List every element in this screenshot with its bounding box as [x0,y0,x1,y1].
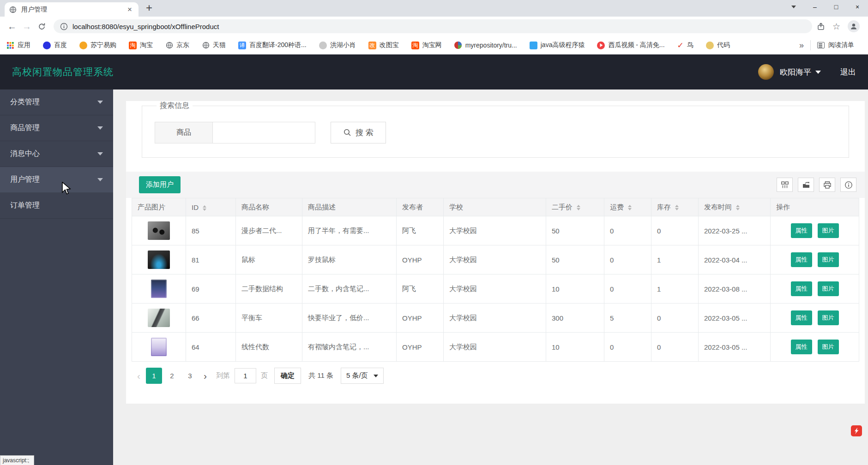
window-maximize-button[interactable]: □ [826,3,847,11]
row-attribute-button[interactable]: 属性 [791,281,812,296]
sidebar-item-order[interactable]: 订单管理 [0,193,113,219]
new-tab-button[interactable]: + [146,1,152,14]
browser-tab[interactable]: 用户管理 × [5,2,139,17]
row-attribute-button[interactable]: 属性 [791,223,812,238]
bookmark-13[interactable]: ✓鸟 [677,41,693,50]
sidebar-item-category[interactable]: 分类管理 [0,89,113,115]
bookmark-7[interactable]: 洪湖小肖 [319,41,356,49]
page-button-2[interactable]: 2 [164,368,180,384]
back-icon[interactable]: ← [5,21,19,32]
column-header-5: 学校 [444,198,546,216]
sort-carets-icon[interactable] [675,205,679,210]
row-image-button[interactable]: 图片 [818,281,839,296]
pagination-next-icon[interactable]: › [199,370,211,382]
product-image[interactable] [148,221,170,240]
bookmark-4[interactable]: 京东 [165,41,189,49]
user-avatar[interactable] [758,64,774,80]
sort-carets-icon[interactable] [577,205,580,210]
bookmark-0[interactable]: 应用 [6,41,30,49]
bookmark-star-icon[interactable]: ☆ [832,21,840,32]
window-minimize-button[interactable]: – [804,3,826,11]
cell-product-image [132,333,186,362]
username[interactable]: 欧阳海平 [780,67,811,78]
product-image[interactable] [148,309,170,327]
sidebar: 分类管理商品管理消息中心用户管理订单管理 [0,89,113,465]
bookmark-label: 西瓜视频 - 高清免... [608,41,664,49]
sort-carets-icon[interactable] [628,205,632,210]
profile-avatar-icon[interactable] [848,20,860,32]
goto-page-input[interactable] [235,368,256,383]
sidebar-item-product[interactable]: 商品管理 [0,115,113,141]
row-image-button[interactable]: 图片 [818,223,839,238]
bookmark-12[interactable]: 西瓜视频 - 高清免... [597,41,664,49]
column-header-7[interactable]: 运费 [604,198,651,216]
bookmark-6[interactable]: 译百度翻译-200种语... [238,41,307,49]
cell-school: 大学校园 [444,245,546,274]
apps-grid-icon [6,42,14,49]
sort-carets-icon[interactable] [736,205,740,210]
row-image-button[interactable]: 图片 [818,340,839,354]
columns-icon[interactable] [777,178,793,192]
forward-icon[interactable]: → [19,21,34,32]
print-icon[interactable] [819,178,835,192]
column-header-9[interactable]: 发布时间 [699,198,771,216]
sidebar-item-message[interactable]: 消息中心 [0,141,113,167]
cell-description: 二手数，内含笔记... [302,274,397,304]
info-icon[interactable] [840,178,856,192]
browser-tab-strip: 用户管理 × + – □ × [0,0,868,17]
search-input[interactable] [213,122,315,143]
bookmark-14[interactable]: 代码 [706,41,730,49]
product-image[interactable] [151,280,167,298]
table-header-row: 产品图片ID商品名称商品描述发布者学校二手价运费库存发布时间操作 [132,198,859,216]
window-close-button[interactable]: × [847,3,868,11]
app-title: 高校闲置物品管理系统 [12,66,114,78]
export-icon[interactable] [798,178,814,192]
bookmark-2[interactable]: 苏宁易购 [79,41,116,49]
tab-close-icon[interactable]: × [126,6,134,13]
share-icon[interactable] [817,22,825,30]
row-image-button[interactable]: 图片 [818,310,839,325]
bookmarks-overflow-chevron-icon[interactable]: » [793,41,810,50]
page-button-1[interactable]: 1 [146,368,162,384]
pagination-prev-icon[interactable]: ‹ [133,370,145,382]
product-image[interactable] [151,338,167,356]
sidebar-item-user[interactable]: 用户管理 [0,167,113,193]
search-button[interactable]: 搜 索 [331,122,386,143]
bookmark-label: 苏宁易购 [90,41,116,49]
page-button-3[interactable]: 3 [182,368,198,384]
row-attribute-button[interactable]: 属性 [791,310,812,325]
bookmark-10[interactable]: myrepository/tru... [454,42,517,49]
reload-icon[interactable] [34,22,49,31]
row-attribute-button[interactable]: 属性 [791,340,812,354]
sort-carets-icon[interactable] [203,205,206,211]
bookmark-3[interactable]: 淘淘宝 [129,41,153,49]
add-user-button[interactable]: 添加用户 [139,176,181,193]
product-image[interactable] [148,250,170,269]
site-info-icon[interactable] [60,23,68,30]
bookmark-1[interactable]: 百度 [43,41,67,49]
bookmarks-bar: 应用百度苏宁易购淘淘宝京东天猫译百度翻译-200种语...洪湖小肖改改图宝淘淘宝… [0,36,868,54]
bookmark-9[interactable]: 淘淘宝网 [411,41,442,49]
cell-school: 大学校园 [444,333,546,362]
tmall-globe-icon [202,42,210,49]
cell-price: 50 [546,245,604,274]
row-image-button[interactable]: 图片 [818,252,839,267]
bookmark-11[interactable]: java高级程序猿 [530,41,585,49]
cell-stock: 1 [651,274,699,304]
bookmark-5[interactable]: 天猫 [202,41,226,49]
logout-button[interactable]: 退出 [840,67,856,78]
browser-address-bar: ← → localhost:8080/esyu_springboot/xOffl… [0,17,868,36]
goto-confirm-button[interactable]: 确定 [274,368,301,384]
jd-globe-icon [165,42,173,49]
column-header-6[interactable]: 二手价 [546,198,604,216]
row-attribute-button[interactable]: 属性 [791,252,812,267]
page-size-select[interactable]: 5 条/页 [341,368,384,384]
column-header-8[interactable]: 库存 [651,198,699,216]
user-dropdown-chevron-icon[interactable] [815,71,821,74]
column-header-1[interactable]: ID [186,198,236,216]
reading-list-button[interactable]: 阅读清单 [817,41,862,49]
tab-search-chevron-icon[interactable] [783,6,804,8]
url-bar[interactable]: localhost:8080/esyu_springboot/xOfflineP… [54,19,812,33]
bookmark-label: myrepository/tru... [465,42,517,49]
bookmark-8[interactable]: 改改图宝 [368,41,399,49]
